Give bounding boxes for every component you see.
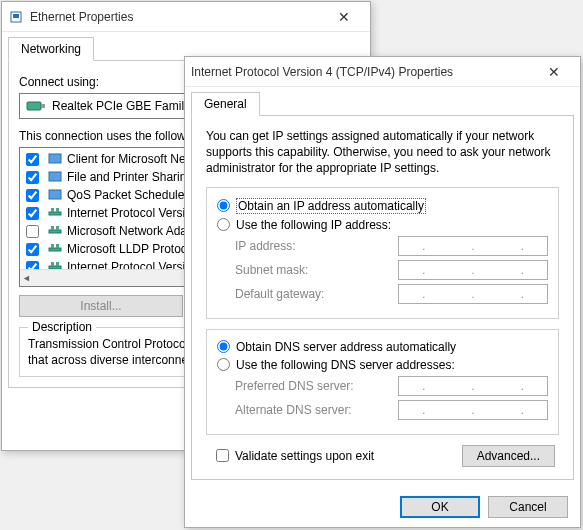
default-gateway-label: Default gateway: (235, 287, 398, 301)
radio-dns-manual[interactable] (217, 358, 230, 371)
ip-address-label: IP address: (235, 239, 398, 253)
svg-rect-10 (49, 230, 61, 233)
radio-ip-auto-row[interactable]: Obtain an IP address automatically (217, 198, 548, 214)
svg-rect-13 (49, 248, 61, 251)
item-label: Internet Protocol Version (67, 206, 198, 220)
dialog-buttons: OK Cancel (185, 486, 580, 528)
window-title: Internet Protocol Version 4 (TCP/IPv4) P… (191, 65, 534, 79)
svg-rect-17 (51, 262, 54, 266)
radio-ip-auto-label: Obtain an IP address automatically (236, 198, 426, 214)
dns-fieldset: Obtain DNS server address automatically … (206, 329, 559, 435)
svg-rect-4 (49, 154, 61, 163)
svg-rect-9 (56, 208, 59, 212)
protocol-icon (47, 205, 63, 221)
svg-rect-8 (51, 208, 54, 212)
radio-dns-manual-row[interactable]: Use the following DNS server addresses: (217, 358, 548, 372)
titlebar[interactable]: Ethernet Properties ✕ (2, 2, 370, 32)
description-legend: Description (28, 320, 96, 334)
ip-fieldset: Obtain an IP address automatically Use t… (206, 187, 559, 319)
svg-rect-3 (41, 104, 45, 108)
radio-dns-auto[interactable] (217, 340, 230, 353)
svg-rect-6 (49, 190, 61, 199)
svg-rect-14 (51, 244, 54, 248)
validate-row[interactable]: Validate settings upon exit (216, 449, 374, 463)
ip-address-row: IP address: ... (235, 236, 548, 256)
radio-dns-auto-label: Obtain DNS server address automatically (236, 340, 456, 354)
alternate-dns-label: Alternate DNS server: (235, 403, 398, 417)
item-checkbox[interactable] (26, 243, 39, 256)
preferred-dns-input: ... (398, 376, 548, 396)
info-text: You can get IP settings assigned automat… (206, 128, 559, 177)
tab-general[interactable]: General (191, 92, 260, 116)
radio-ip-manual[interactable] (217, 218, 230, 231)
radio-ip-manual-row[interactable]: Use the following IP address: (217, 218, 548, 232)
tab-body: You can get IP settings assigned automat… (191, 115, 574, 480)
ok-button[interactable]: OK (400, 496, 480, 518)
svg-rect-7 (49, 212, 61, 215)
svg-rect-5 (49, 172, 61, 181)
network-adapter-icon (26, 98, 46, 114)
radio-ip-auto[interactable] (217, 199, 230, 212)
scroll-left-icon[interactable]: ◄ (22, 273, 31, 283)
subnet-mask-label: Subnet mask: (235, 263, 398, 277)
preferred-dns-label: Preferred DNS server: (235, 379, 398, 393)
svg-rect-11 (51, 226, 54, 230)
svg-rect-15 (56, 244, 59, 248)
default-gateway-input: ... (398, 284, 548, 304)
close-icon[interactable]: ✕ (324, 3, 364, 31)
ipv4-properties-window: Internet Protocol Version 4 (TCP/IPv4) P… (184, 56, 581, 528)
svg-rect-1 (13, 14, 19, 18)
close-icon[interactable]: ✕ (534, 58, 574, 86)
adapter-name: Realtek PCIe GBE Family C (52, 99, 202, 113)
radio-dns-manual-label: Use the following DNS server addresses: (236, 358, 455, 372)
ethernet-icon (8, 9, 24, 25)
window-title: Ethernet Properties (30, 10, 324, 24)
service-icon (47, 187, 63, 203)
radio-dns-auto-row[interactable]: Obtain DNS server address automatically (217, 340, 548, 354)
bottom-row: Validate settings upon exit Advanced... (206, 445, 559, 467)
cancel-button[interactable]: Cancel (488, 496, 568, 518)
subnet-mask-row: Subnet mask: ... (235, 260, 548, 280)
validate-checkbox[interactable] (216, 449, 229, 462)
svg-rect-2 (27, 102, 41, 110)
protocol-icon (47, 223, 63, 239)
item-checkbox[interactable] (26, 153, 39, 166)
validate-label: Validate settings upon exit (235, 449, 374, 463)
preferred-dns-row: Preferred DNS server: ... (235, 376, 548, 396)
protocol-icon (47, 241, 63, 257)
alternate-dns-input: ... (398, 400, 548, 420)
service-icon (47, 169, 63, 185)
install-button[interactable]: Install... (19, 295, 183, 317)
subnet-mask-input: ... (398, 260, 548, 280)
item-checkbox[interactable] (26, 171, 39, 184)
default-gateway-row: Default gateway: ... (235, 284, 548, 304)
ip-address-input: ... (398, 236, 548, 256)
client-icon (47, 151, 63, 167)
alternate-dns-row: Alternate DNS server: ... (235, 400, 548, 420)
radio-ip-manual-label: Use the following IP address: (236, 218, 391, 232)
item-label: QoS Packet Scheduler (67, 188, 188, 202)
item-checkbox[interactable] (26, 189, 39, 202)
item-checkbox[interactable] (26, 207, 39, 220)
tab-networking[interactable]: Networking (8, 37, 94, 61)
svg-rect-12 (56, 226, 59, 230)
titlebar[interactable]: Internet Protocol Version 4 (TCP/IPv4) P… (185, 57, 580, 87)
item-label: Microsoft LLDP Protocol (67, 242, 196, 256)
advanced-button[interactable]: Advanced... (462, 445, 555, 467)
svg-rect-18 (56, 262, 59, 266)
tabstrip: General (185, 87, 580, 115)
item-checkbox[interactable] (26, 225, 39, 238)
